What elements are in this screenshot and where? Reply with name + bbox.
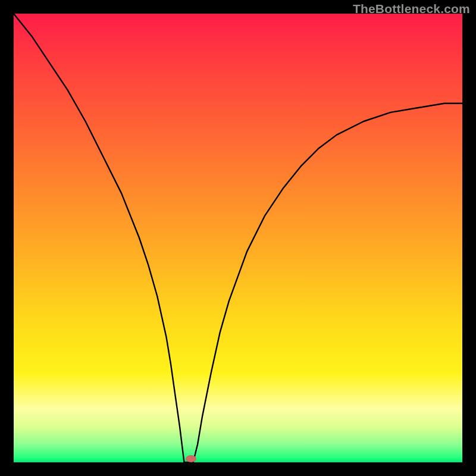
bottleneck-curve	[14, 14, 462, 462]
chart-frame: TheBottleneck.com	[0, 0, 476, 476]
plot-area	[14, 14, 462, 462]
